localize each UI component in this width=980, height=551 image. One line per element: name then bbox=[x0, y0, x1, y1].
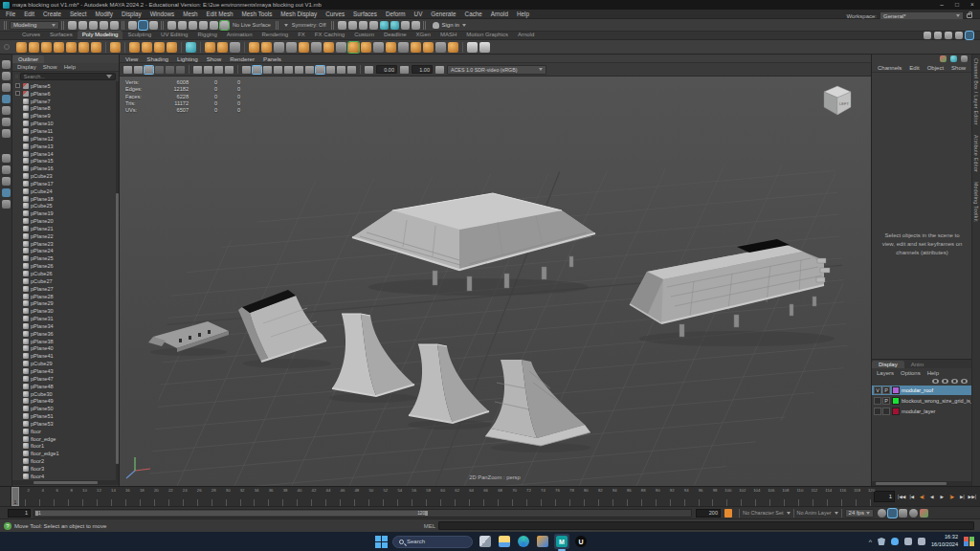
shelf-tab-poly-modeling[interactable]: Poly Modeling bbox=[78, 31, 123, 39]
light-editor-icon[interactable] bbox=[390, 21, 399, 30]
outliner-menu-help[interactable]: Help bbox=[64, 64, 76, 70]
notification-icon[interactable] bbox=[964, 537, 974, 547]
task-view-icon[interactable] bbox=[478, 534, 493, 549]
layer-row-blockout-wrong-size-grid-is-cm[interactable]: Pblockout_wrong_size_grid_is_cm bbox=[872, 396, 972, 406]
clock-icon[interactable] bbox=[909, 509, 918, 518]
crease-icon[interactable] bbox=[448, 42, 458, 53]
outliner-item-pplane24[interactable]: pPlane24 bbox=[12, 248, 119, 255]
circularize-icon[interactable] bbox=[249, 42, 259, 53]
isolate-select-icon[interactable] bbox=[347, 66, 356, 74]
shelf-tab-curves[interactable]: Curves bbox=[17, 31, 45, 39]
eye-icon[interactable] bbox=[951, 379, 958, 384]
sculpt-tools-icon[interactable] bbox=[479, 42, 490, 53]
outliner-item-pplane29[interactable]: pPlane29 bbox=[12, 299, 119, 307]
menu-windows[interactable]: Windows bbox=[150, 11, 175, 17]
layer-menu-layers[interactable]: Layers bbox=[877, 370, 894, 376]
single-pane-layout-icon[interactable] bbox=[2, 154, 11, 163]
grip-handle[interactable] bbox=[122, 21, 125, 30]
multi-cut-icon[interactable] bbox=[230, 42, 240, 53]
character-set-dropdown[interactable]: No Character Set bbox=[743, 510, 791, 516]
outliner-item-pplane40[interactable]: pPlane40 bbox=[12, 345, 119, 353]
menu-display[interactable]: Display bbox=[122, 11, 142, 17]
select-tool-icon[interactable] bbox=[2, 60, 11, 69]
menu-curves[interactable]: Curves bbox=[325, 11, 345, 17]
bevel-icon[interactable] bbox=[361, 42, 371, 53]
shelf-tab-xgen[interactable]: XGen bbox=[412, 31, 435, 39]
shelf-tab-sculpting[interactable]: Sculpting bbox=[122, 31, 156, 39]
modeling-toolkit-toggle-icon[interactable] bbox=[924, 32, 931, 39]
mesh-flat-edge[interactable] bbox=[148, 321, 229, 352]
platonic-solid-icon[interactable] bbox=[110, 42, 121, 53]
outliner-item-floor3[interactable]: floor3 bbox=[12, 465, 119, 473]
live-surface-label[interactable]: No Live Surface bbox=[233, 22, 271, 28]
lights-icon[interactable] bbox=[295, 66, 303, 74]
channelbox-menu-edit[interactable]: Edit bbox=[909, 65, 919, 71]
playback-button-3[interactable]: ◀ bbox=[927, 490, 938, 503]
menu-modify[interactable]: Modify bbox=[95, 11, 113, 17]
eye-icon[interactable] bbox=[932, 379, 939, 384]
flat-shade-icon[interactable] bbox=[263, 66, 272, 74]
outliner-item-pplane47[interactable]: pPlane47 bbox=[12, 375, 119, 383]
menu-set-dropdown[interactable]: Modeling bbox=[10, 21, 59, 30]
viewport-menu-renderer[interactable]: Renderer bbox=[230, 55, 255, 62]
outliner-item-pplane38[interactable]: pPlane38 bbox=[12, 338, 119, 345]
outliner-search-input[interactable]: Search... bbox=[20, 73, 116, 80]
split-left-layout-icon[interactable] bbox=[2, 177, 11, 186]
smooth-shade-icon[interactable] bbox=[253, 66, 261, 74]
shelf-tab-deadline[interactable]: Deadline bbox=[379, 31, 412, 39]
bridge-icon[interactable] bbox=[373, 42, 384, 53]
channel-box-toggle-icon[interactable] bbox=[966, 32, 973, 39]
outliner-item-pcube26[interactable]: pCube26 bbox=[12, 270, 119, 277]
file-explorer-icon[interactable] bbox=[497, 534, 512, 549]
pencil-curve-icon[interactable] bbox=[142, 42, 152, 53]
ipr-render-icon[interactable] bbox=[348, 21, 357, 30]
xray-icon[interactable] bbox=[337, 66, 345, 74]
shelf-tab-custom[interactable]: Custom bbox=[349, 31, 379, 39]
timeline-ticks[interactable]: 1 24681012141618202224262830323436384042… bbox=[11, 487, 871, 506]
menu-surfaces[interactable]: Surfaces bbox=[353, 11, 377, 17]
boolean-union-icon[interactable] bbox=[336, 42, 346, 53]
sidebar-tab-modeling-toolkit[interactable]: Modeling Toolkit bbox=[973, 182, 979, 222]
zoom-select-icon[interactable] bbox=[2, 200, 11, 209]
boolean-difference-icon[interactable] bbox=[348, 42, 359, 53]
layer-menu-options[interactable]: Options bbox=[901, 370, 921, 376]
outliner-item-pplane34[interactable]: pPlane34 bbox=[12, 322, 119, 330]
taskbar-clock[interactable]: 16:32 16/10/2024 bbox=[931, 534, 958, 549]
camera-select-icon[interactable] bbox=[123, 66, 132, 74]
menu-file[interactable]: File bbox=[6, 11, 15, 17]
layer-row-modular-layer[interactable]: modular_layer bbox=[872, 407, 972, 416]
mel-command-input[interactable] bbox=[438, 521, 974, 530]
eye-icon[interactable] bbox=[942, 379, 948, 384]
shelf-tab-arnold[interactable]: Arnold bbox=[513, 31, 539, 39]
security-tray-icon[interactable] bbox=[878, 538, 885, 545]
layer-playback-toggle[interactable]: P bbox=[882, 386, 890, 394]
paint-select-tool-icon[interactable] bbox=[2, 83, 11, 92]
tool-settings-toggle-icon[interactable] bbox=[955, 32, 963, 39]
select-hierarchy-icon[interactable] bbox=[128, 21, 137, 30]
bounding-box-icon[interactable] bbox=[274, 66, 282, 74]
chevron-down-icon[interactable] bbox=[284, 24, 288, 27]
layer-visible-toggle[interactable] bbox=[874, 408, 881, 415]
eye-icon[interactable] bbox=[961, 379, 968, 384]
outliner-item-pcube24[interactable]: pCube24 bbox=[12, 187, 119, 195]
channelbox-menu-channels[interactable]: Channels bbox=[878, 65, 902, 71]
offset-edge-loop-icon[interactable] bbox=[274, 42, 284, 53]
camera-lock-icon[interactable] bbox=[134, 66, 143, 74]
set-key-icon[interactable] bbox=[724, 509, 732, 518]
outliner-item-pcube25[interactable]: pCube25 bbox=[12, 203, 119, 210]
outliner-item-pplane14[interactable]: pPlane14 bbox=[12, 150, 119, 158]
grip-handle[interactable] bbox=[4, 21, 8, 30]
shelf-tab-rigging[interactable]: Rigging bbox=[192, 31, 221, 39]
redo-icon[interactable] bbox=[110, 21, 119, 30]
grip-handle[interactable] bbox=[276, 21, 279, 30]
outliner-item-pplane43[interactable]: pPlane43 bbox=[12, 367, 119, 375]
filter-icon[interactable] bbox=[106, 75, 112, 78]
outliner-hscrollbar[interactable] bbox=[12, 480, 119, 485]
render-view-icon[interactable] bbox=[338, 21, 346, 30]
outliner-item-pplane53[interactable]: pPlane53 bbox=[12, 420, 119, 428]
wireframe-icon[interactable] bbox=[242, 66, 251, 74]
outliner-item-pplane11[interactable]: pPlane11 bbox=[12, 127, 119, 135]
shelf-tab-fx[interactable]: FX bbox=[293, 31, 310, 39]
minimize-button[interactable]: – bbox=[934, 0, 949, 10]
menu-help[interactable]: Help bbox=[517, 11, 529, 17]
